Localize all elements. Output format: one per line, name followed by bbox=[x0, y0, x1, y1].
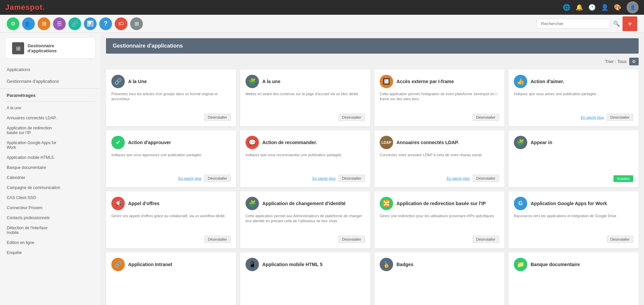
btn-en-savoir-4[interactable]: En savoir plus bbox=[178, 176, 201, 180]
btn-desinstaller-10[interactable]: Désinstaller bbox=[473, 236, 499, 243]
app-title-13: Application mobile HTML 5 bbox=[262, 262, 322, 267]
app-icon-9: 🧩 bbox=[246, 197, 259, 210]
app-footer-6: En savoir plus Désinstaller bbox=[380, 171, 499, 182]
btn-en-savoir-6[interactable]: En savoir plus bbox=[446, 176, 470, 180]
btn-desinstaller-0[interactable]: Désinstaller bbox=[204, 114, 231, 121]
globe-icon[interactable]: 🌐 bbox=[563, 4, 570, 11]
help-circle-icon[interactable]: ? bbox=[99, 17, 112, 30]
app-title-4: Action d'approuver bbox=[128, 140, 171, 145]
btn-desinstaller-2[interactable]: Désinstaller bbox=[473, 114, 499, 121]
app-card-2: 🔲 Accès externe par I-frame Cette applic… bbox=[374, 69, 504, 126]
app-desc-4: Indiquez que vous approuvez une publicat… bbox=[111, 152, 231, 171]
search-button[interactable]: 🔍 bbox=[613, 20, 620, 27]
app-card-4: ✔ Action d'approuver Indiquez que vous a… bbox=[106, 130, 236, 187]
app-desc-14 bbox=[380, 274, 499, 301]
app-card-11: G Application Google Apps for Work Racco… bbox=[508, 191, 639, 248]
sidebar-divider bbox=[5, 101, 95, 102]
avatar-text: 👤 bbox=[630, 5, 636, 10]
app-card-9: 🧩 Application de changement d'identité C… bbox=[240, 191, 370, 248]
app-footer-9: Désinstaller bbox=[246, 232, 365, 243]
btn-desinstaller-6[interactable]: Désinstaller bbox=[473, 175, 499, 182]
apps-circle-icon[interactable]: ⊞ bbox=[38, 17, 50, 30]
list-circle-icon[interactable]: ☰ bbox=[53, 17, 66, 30]
sidebar-sub-item-8[interactable]: CAS Client SSO bbox=[0, 193, 101, 203]
app-icon-5: 💬 bbox=[246, 136, 259, 149]
btn-desinstaller-8[interactable]: Désinstaller bbox=[204, 236, 231, 243]
sidebar-item-applications[interactable]: Applications bbox=[0, 64, 101, 75]
grid-circle-icon[interactable]: ⊞ bbox=[130, 17, 143, 30]
btn-desinstaller-3[interactable]: Désinstaller bbox=[607, 114, 633, 121]
app-card-5: 💬 Action de recommander. Indiquez que vo… bbox=[240, 130, 370, 187]
sidebar-sub-item-1[interactable]: Annuaires connectés LDAP. bbox=[0, 113, 101, 123]
user-icon[interactable]: 👤 bbox=[601, 4, 608, 11]
app-card-header-15: 📁 Banque documentaire bbox=[514, 258, 633, 271]
btn-desinstaller-4[interactable]: Désinstaller bbox=[204, 175, 231, 182]
second-nav-icons: ⚙ 👥 ⊞ ☰ 🔗 📊 ? 🏷 ⊞ bbox=[7, 17, 143, 30]
app-title-6: Annuaires connectés LDAP. bbox=[396, 140, 459, 145]
chart-circle-icon[interactable]: 📊 bbox=[84, 17, 97, 30]
app-card-header-12: 🔗 Application Intranet bbox=[111, 258, 231, 271]
app-desc-2: Cette application permet l'intégration d… bbox=[380, 92, 499, 110]
sidebar-sub-item-11[interactable]: Détection de l'interfacemobile. bbox=[0, 223, 101, 238]
sidebar-header[interactable]: ⊞ Gestionnaired'applications bbox=[5, 38, 95, 58]
app-desc-10: Gérez une redirection pour les utilisate… bbox=[380, 213, 499, 232]
search-input[interactable] bbox=[537, 19, 610, 28]
bell-icon[interactable]: 🔔 bbox=[576, 4, 583, 11]
sidebar-item-gestionnaire[interactable]: Gestionnaire d'applications bbox=[0, 75, 101, 87]
sidebar-sub-item-3[interactable]: Application Google Apps forWork bbox=[0, 138, 101, 152]
app-desc-15 bbox=[514, 274, 633, 301]
btn-en-savoir-3[interactable]: En savoir plus bbox=[581, 115, 604, 119]
app-title-14: Badges bbox=[396, 262, 414, 267]
sidebar-sub-item-2[interactable]: Application de redirectionbasée sur l'IP bbox=[0, 123, 101, 138]
app-title-0: A la Une bbox=[128, 79, 147, 84]
home-circle-icon[interactable]: ⚙ bbox=[7, 17, 19, 30]
content-toolbar: Trier : Tous ⚙ bbox=[106, 58, 639, 65]
app-card-10: 🔀 Application de redirection basée sur l… bbox=[374, 191, 504, 248]
btn-installer-7[interactable]: Installer bbox=[613, 175, 633, 182]
sidebar-sub-item-7[interactable]: Campagne de communication bbox=[0, 183, 101, 193]
top-nav: Jamespot. 🌐 🔔 🕐 👤 🎨 👤 bbox=[0, 0, 644, 15]
app-card-header-7: 🧩 Appear in bbox=[514, 136, 633, 149]
sidebar-sub-item-10[interactable]: Contacts professionnels bbox=[0, 213, 101, 223]
sidebar-sub-item-13[interactable]: Enquête bbox=[0, 248, 101, 258]
app-card-6: LDAP Annuaires connectés LDAP. Connectez… bbox=[374, 130, 504, 187]
tag-circle-icon[interactable]: 🏷 bbox=[115, 17, 127, 30]
sort-button[interactable]: ⚙ bbox=[629, 58, 639, 65]
app-footer-14 bbox=[380, 301, 499, 304]
app-footer-7: Installer bbox=[514, 172, 633, 182]
sidebar-sub-item-9[interactable]: Connecteur Proxem bbox=[0, 203, 101, 213]
app-card-header-8: 📢 Appel d'offres bbox=[111, 197, 231, 210]
btn-desinstaller-1[interactable]: Désinstaller bbox=[338, 114, 365, 121]
sidebar-sub-item-0[interactable]: A la une bbox=[0, 103, 101, 113]
app-icon-1: 🧩 bbox=[246, 75, 259, 88]
app-card-3: 👍 Action d'aimer. Indiquez que vous aime… bbox=[508, 69, 639, 126]
people-circle-icon[interactable]: 👥 bbox=[22, 17, 35, 30]
app-title-3: Action d'aimer. bbox=[531, 79, 564, 84]
app-footer-11: Désinstaller bbox=[514, 232, 633, 243]
app-card-header-3: 👍 Action d'aimer. bbox=[514, 75, 633, 88]
sidebar-sub-item-5[interactable]: Banque documentaire bbox=[0, 163, 101, 173]
btn-desinstaller-11[interactable]: Désinstaller bbox=[607, 236, 633, 243]
avatar[interactable]: 👤 bbox=[627, 1, 639, 13]
btn-desinstaller-5[interactable]: Désinstaller bbox=[338, 175, 365, 182]
app-icon-0: 🔗 bbox=[111, 75, 125, 88]
btn-desinstaller-9[interactable]: Désinstaller bbox=[338, 236, 365, 243]
sidebar-sub-item-12[interactable]: Edition en ligne bbox=[0, 238, 101, 248]
app-title-12: Application Intranet bbox=[128, 262, 172, 267]
app-title-2: Accès externe par I-frame bbox=[396, 79, 454, 84]
app-icon-7: 🧩 bbox=[514, 136, 527, 149]
add-button[interactable]: + bbox=[623, 16, 637, 31]
clock-icon[interactable]: 🕐 bbox=[588, 4, 596, 11]
sidebar-sub-item-6[interactable]: Calendrier bbox=[0, 173, 101, 183]
palette-icon[interactable]: 🎨 bbox=[614, 4, 621, 11]
link-circle-icon[interactable]: 🔗 bbox=[68, 17, 81, 30]
app-title-9: Application de changement d'identité bbox=[262, 201, 345, 206]
app-card-header-0: 🔗 A la Une bbox=[111, 75, 231, 88]
btn-en-savoir-5[interactable]: En savoir plus bbox=[312, 176, 335, 180]
app-desc-3: Indiquez que vous aimez une publication … bbox=[514, 92, 633, 110]
sidebar-sub-item-4[interactable]: Application mobile HTML5. bbox=[0, 152, 101, 163]
sidebar-section-parametrages: Paramétrages bbox=[0, 88, 101, 100]
app-icon-15: 📁 bbox=[514, 258, 527, 271]
app-card-13: 📱 Application mobile HTML 5 bbox=[240, 252, 370, 305]
app-desc-11: Raccourcis vers les applications et inté… bbox=[514, 213, 633, 232]
